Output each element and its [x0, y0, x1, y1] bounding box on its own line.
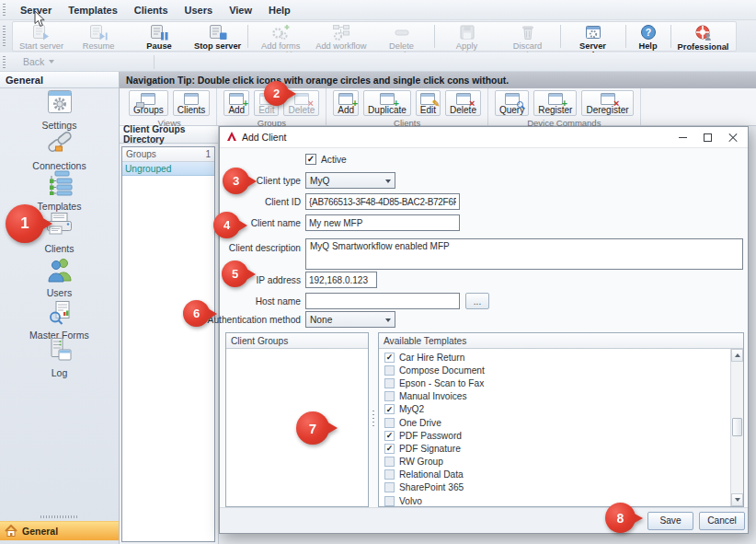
- template-label: Compose Document: [399, 365, 485, 376]
- add-workflow-button[interactable]: Add workflow: [311, 22, 371, 51]
- close-button[interactable]: [720, 128, 745, 147]
- mouse-cursor: [34, 10, 46, 31]
- menu-templates[interactable]: Templates: [60, 0, 126, 20]
- dialog-title-bar[interactable]: Add Client: [220, 127, 748, 148]
- ribbon-view-groups-button[interactable]: Groups: [129, 90, 168, 116]
- template-checkbox[interactable]: ✓: [384, 391, 395, 401]
- toolbar-grip[interactable]: [3, 56, 6, 68]
- ribbon-clients-delete-button[interactable]: × Delete: [445, 90, 481, 116]
- menu-clients[interactable]: Clients: [126, 0, 177, 20]
- help-button[interactable]: ? Help: [628, 22, 669, 51]
- template-item[interactable]: ✓Manual Invoices: [379, 390, 730, 403]
- maximize-button[interactable]: [695, 128, 720, 147]
- template-item[interactable]: ✓Compose Document: [379, 364, 730, 376]
- sidebar-footer-general[interactable]: General: [0, 521, 119, 540]
- groups-list[interactable]: Groups 1 Ungrouped: [121, 146, 215, 542]
- ribbon-groups-add-button[interactable]: + Add: [223, 90, 249, 116]
- ribbon-device-query-button[interactable]: Query: [495, 90, 529, 116]
- discard-settings-button[interactable]: Discard settings: [498, 22, 558, 51]
- sidebar-resize-grip[interactable]: [0, 515, 119, 518]
- groups-column-header[interactable]: Groups 1: [122, 147, 214, 162]
- client-description-label: Client description: [223, 243, 301, 253]
- template-item[interactable]: ✓Car Hire Return: [379, 351, 730, 364]
- cross-badge-icon: ×: [469, 98, 475, 109]
- scroll-down-button[interactable]: [731, 493, 743, 506]
- template-label: Epson - Scan to Fax: [399, 378, 484, 388]
- scroll-up-button[interactable]: [731, 349, 743, 362]
- ribbon-clients-duplicate-button[interactable]: + Duplicate: [363, 90, 411, 116]
- group-row-label: Ungrouped: [125, 164, 171, 174]
- ribbon-clients-add-button[interactable]: + Add: [333, 90, 359, 116]
- template-checkbox[interactable]: ✓: [384, 482, 395, 492]
- client-groups-directory-panel: Client Groups Directory Groups 1 Ungroup…: [120, 126, 219, 544]
- template-checkbox[interactable]: ✓: [384, 457, 395, 467]
- template-item[interactable]: ✓One Drive: [379, 416, 730, 429]
- template-item[interactable]: ✓Volvo: [379, 494, 730, 506]
- professional-services-button[interactable]: Professional Services: [673, 22, 734, 51]
- template-item[interactable]: ✓PDF Signature: [379, 442, 730, 455]
- pause-server-button[interactable]: Pause server: [129, 22, 189, 51]
- menu-view[interactable]: View: [221, 0, 260, 20]
- resume-server-button[interactable]: Resume server: [68, 22, 129, 51]
- add-forms-recognition-button[interactable]: Add forms recognition: [250, 22, 311, 51]
- ribbon-device-deregister-button[interactable]: × Deregister: [581, 90, 633, 116]
- panel-splitter[interactable]: [370, 332, 377, 507]
- dialog-footer: Save Cancel: [220, 507, 748, 533]
- client-type-select[interactable]: MyQ: [305, 172, 395, 189]
- template-item[interactable]: ✓RW Group: [379, 456, 730, 469]
- client-name-input[interactable]: [305, 214, 460, 231]
- apply-settings-button[interactable]: Apply settings: [437, 22, 498, 51]
- ribbon-clients-edit-button[interactable]: ✎ Edit: [416, 90, 441, 116]
- template-item[interactable]: ✓SharePoint 365: [379, 481, 730, 494]
- template-item[interactable]: ✓Relational Data: [379, 469, 730, 481]
- template-item[interactable]: ✓Epson - Scan to Fax: [379, 376, 730, 389]
- active-checkbox[interactable]: ✓: [305, 154, 316, 165]
- ribbon-view-clients-button[interactable]: Clients: [173, 90, 211, 116]
- templates-scrollbar[interactable]: [730, 349, 743, 506]
- app-logo-icon: [226, 129, 237, 145]
- client-description-input[interactable]: MyQ Smartworkflow enabled MFP: [305, 238, 743, 270]
- host-name-browse-button[interactable]: ...: [465, 293, 489, 309]
- ip-address-input[interactable]: [305, 272, 377, 288]
- menu-help[interactable]: Help: [260, 0, 299, 20]
- template-item[interactable]: ✓MyQ2: [379, 403, 730, 416]
- template-checkbox[interactable]: ✓: [384, 404, 395, 414]
- sidebar-item-connections[interactable]: Connections: [0, 128, 119, 171]
- template-checkbox[interactable]: ✓: [384, 378, 395, 388]
- connections-icon: [44, 128, 75, 159]
- minimize-button[interactable]: [670, 128, 695, 147]
- button-label: Help: [638, 41, 657, 51]
- toolbar-grip[interactable]: [3, 4, 6, 17]
- cancel-button[interactable]: Cancel: [699, 512, 745, 530]
- group-row-ungrouped[interactable]: Ungrouped: [122, 162, 214, 176]
- template-checkbox[interactable]: ✓: [384, 353, 395, 363]
- template-checkbox[interactable]: ✓: [384, 469, 395, 480]
- callout-2: 2: [264, 81, 289, 106]
- template-checkbox[interactable]: ✓: [384, 365, 395, 376]
- scrollbar-thumb[interactable]: [732, 418, 742, 436]
- menu-users[interactable]: Users: [177, 0, 222, 20]
- templates-list: ✓Car Hire Return ✓Compose Document ✓Epso…: [379, 349, 730, 506]
- sidebar-item-master-forms[interactable]: Master Forms: [0, 300, 119, 341]
- template-checkbox[interactable]: ✓: [384, 418, 395, 428]
- template-checkbox[interactable]: ✓: [384, 496, 395, 506]
- sidebar-item-users[interactable]: Users: [0, 256, 119, 298]
- ribbon-device-register-button[interactable]: + Register: [533, 90, 577, 116]
- template-checkbox[interactable]: ✓: [384, 444, 395, 454]
- sidebar-item-settings[interactable]: Settings: [0, 89, 119, 131]
- save-button[interactable]: Save: [647, 512, 693, 530]
- toolbar-grip[interactable]: [3, 26, 6, 48]
- client-id-input[interactable]: [305, 193, 460, 210]
- authentication-method-select[interactable]: None: [305, 311, 395, 328]
- stop-server-button[interactable]: Stop server: [189, 22, 246, 51]
- template-checkbox[interactable]: ✓: [384, 431, 395, 441]
- server-settings-button[interactable]: Server Settings: [563, 22, 624, 51]
- delete-template-button[interactable]: Delete template: [372, 22, 432, 51]
- toolbar-separator: [625, 25, 626, 48]
- sidebar-item-log[interactable]: Log: [0, 337, 119, 378]
- host-name-input[interactable]: [305, 293, 460, 309]
- back-button[interactable]: Back: [12, 56, 65, 67]
- template-item[interactable]: ✓PDF Password: [379, 429, 730, 442]
- plus-badge-icon: +: [243, 98, 248, 109]
- toolbar-separator: [670, 25, 671, 48]
